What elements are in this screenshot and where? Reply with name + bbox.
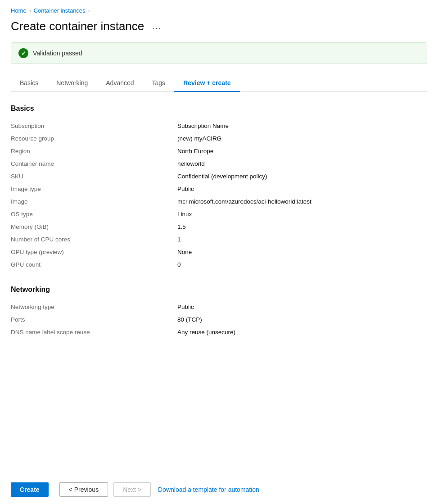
field-value-resource-group: (new) myACIRG — [177, 135, 427, 142]
bottom-bar: Create < Previous Next > Download a temp… — [0, 475, 438, 504]
validation-banner: Validation passed — [11, 42, 427, 64]
field-label-dns-scope: DNS name label scope reuse — [11, 329, 177, 336]
next-button: Next > — [113, 482, 151, 497]
table-row: SKU Confidential (development policy) — [11, 170, 427, 183]
field-value-gpu-count: 0 — [177, 261, 427, 268]
networking-section-title: Networking — [11, 286, 427, 294]
validation-check-icon — [18, 48, 28, 58]
basics-section-title: Basics — [11, 104, 427, 113]
table-row: GPU count 0 — [11, 259, 427, 271]
field-label-os-type: OS type — [11, 211, 177, 218]
field-value-dns-scope: Any reuse (unsecure) — [177, 329, 427, 336]
table-row: Resource group (new) myACIRG — [11, 132, 427, 145]
field-value-cpu-cores: 1 — [177, 236, 427, 243]
field-label-container-name: Container name — [11, 160, 177, 168]
field-label-image-type: Image type — [11, 186, 177, 193]
field-value-sku: Confidential (development policy) — [177, 173, 427, 180]
field-value-memory: 1.5 — [177, 223, 427, 231]
field-label-region: Region — [11, 148, 177, 155]
field-label-image: Image — [11, 198, 177, 205]
field-value-os-type: Linux — [177, 211, 427, 218]
table-row: GPU type (preview) None — [11, 246, 427, 259]
field-label-subscription: Subscription — [11, 123, 177, 130]
create-button[interactable]: Create — [11, 482, 49, 497]
field-value-networking-type: Public — [177, 304, 427, 311]
tab-basics[interactable]: Basics — [11, 75, 47, 92]
table-row: Image type Public — [11, 183, 427, 195]
table-row: Memory (GiB) 1.5 — [11, 221, 427, 233]
networking-section: Networking Networking type Public Ports … — [11, 286, 427, 339]
field-value-subscription: Subscription Name — [177, 123, 427, 130]
field-label-gpu-type: GPU type (preview) — [11, 249, 177, 256]
tabs-container: Basics Networking Advanced Tags Review +… — [11, 75, 427, 92]
validation-text: Validation passed — [33, 50, 82, 57]
field-label-networking-type: Networking type — [11, 304, 177, 311]
page-title-row: Create container instance ... — [11, 19, 427, 33]
previous-button[interactable]: < Previous — [59, 482, 108, 497]
breadcrumb-sep1: › — [29, 8, 31, 14]
breadcrumb-sep2: › — [88, 8, 90, 14]
tab-advanced[interactable]: Advanced — [97, 75, 143, 92]
field-label-ports: Ports — [11, 316, 177, 323]
field-label-resource-group: Resource group — [11, 135, 177, 142]
field-value-image-type: Public — [177, 186, 427, 193]
download-template-link[interactable]: Download a template for automation — [158, 486, 259, 493]
ellipsis-button[interactable]: ... — [149, 21, 164, 32]
table-row: Number of CPU cores 1 — [11, 233, 427, 246]
table-row: Image mcr.microsoft.com/azuredocs/aci-he… — [11, 195, 427, 208]
tab-networking[interactable]: Networking — [47, 75, 97, 92]
field-label-sku: SKU — [11, 173, 177, 180]
tab-tags[interactable]: Tags — [143, 75, 175, 92]
page-title: Create container instance — [11, 19, 144, 33]
table-row: DNS name label scope reuse Any reuse (un… — [11, 326, 427, 339]
table-row: Region North Europe — [11, 145, 427, 158]
breadcrumb-home[interactable]: Home — [11, 7, 27, 14]
tab-review-create[interactable]: Review + create — [174, 75, 239, 92]
breadcrumb: Home › Container instances › — [11, 7, 427, 14]
field-value-ports: 80 (TCP) — [177, 316, 427, 323]
field-label-gpu-count: GPU count — [11, 261, 177, 268]
table-row: Container name helloworld — [11, 158, 427, 170]
table-row: Subscription Subscription Name — [11, 120, 427, 132]
table-row: Ports 80 (TCP) — [11, 313, 427, 326]
field-value-gpu-type: None — [177, 249, 427, 256]
field-label-cpu-cores: Number of CPU cores — [11, 236, 177, 243]
breadcrumb-container-instances[interactable]: Container instances — [34, 7, 86, 14]
field-label-memory: Memory (GiB) — [11, 223, 177, 231]
table-row: Networking type Public — [11, 301, 427, 313]
field-value-region: North Europe — [177, 148, 427, 155]
table-row: OS type Linux — [11, 208, 427, 221]
field-value-image: mcr.microsoft.com/azuredocs/aci-hellowor… — [177, 198, 427, 205]
field-value-container-name: helloworld — [177, 160, 427, 168]
basics-section: Basics Subscription Subscription Name Re… — [11, 104, 427, 271]
